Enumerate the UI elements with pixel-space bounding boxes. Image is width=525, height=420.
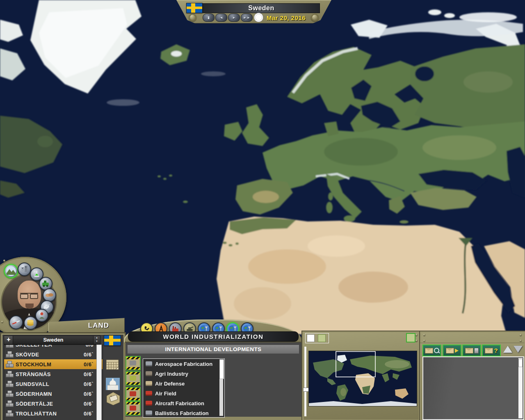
message-list[interactable] <box>422 356 524 420</box>
developments-scroll-thumb[interactable] <box>219 359 224 379</box>
city-row[interactable]: ¨ <box>4 418 103 420</box>
city-icon <box>6 410 13 417</box>
stop-button[interactable]: ▮ <box>203 14 215 22</box>
city-icon <box>6 361 13 368</box>
message-scroll-thumb[interactable] <box>518 359 523 367</box>
rivet-icon <box>520 334 522 336</box>
development-item[interactable]: Ballistics Fabrication <box>143 408 224 418</box>
message-scrollbar[interactable] <box>518 358 523 418</box>
calendar-icon[interactable] <box>106 359 119 370</box>
land-label: LAND <box>88 322 109 330</box>
development-item[interactable]: Aircraft Fabrication <box>143 398 224 408</box>
city-icon <box>6 371 13 377</box>
city-row[interactable]: SUNDSVALL0/6` <box>4 379 103 389</box>
development-item[interactable]: Air Defense <box>143 379 224 388</box>
play-button[interactable]: ► <box>228 14 240 22</box>
flask-icon <box>32 269 42 279</box>
diplomacy-button[interactable] <box>43 288 56 302</box>
trash-icon <box>474 348 479 354</box>
city-icon <box>6 345 13 348</box>
ballistics-icon <box>146 411 152 415</box>
developments-list: Aerospace Fabrication Agri Industry Air … <box>143 358 225 418</box>
spinner-down-icon[interactable]: ▼ <box>94 340 100 343</box>
machine-icon <box>41 278 51 289</box>
country-spinner[interactable]: ▲ ▼ <box>93 336 100 345</box>
navigation-button[interactable] <box>9 315 23 329</box>
left-knob-icon <box>189 14 196 21</box>
person-icon <box>37 310 47 320</box>
city-row[interactable]: TROLLHÄTTAN0/6` <box>4 409 103 418</box>
rivet-icon <box>415 334 418 336</box>
question-icon: ? <box>494 347 498 354</box>
minimap-zoom-slider[interactable] <box>304 346 307 417</box>
fast-forward-button[interactable]: ►► <box>241 14 253 22</box>
city-row[interactable]: SKELLEFTEÅ0/6 <box>4 345 103 349</box>
development-item[interactable]: Aerospace Fabrication <box>143 359 224 369</box>
sweden-flag-icon <box>186 3 203 13</box>
air-field-icon <box>146 391 152 396</box>
inspect-message-button[interactable] <box>422 345 441 356</box>
game-date: Mar 20, 2016 <box>267 14 306 21</box>
rivet-icon <box>520 340 522 342</box>
air-defense-icon <box>146 381 152 386</box>
aerospace-icon <box>146 361 152 366</box>
spinner-up-icon[interactable]: ▲ <box>94 336 100 340</box>
game-screen: Sweden ▮ ◄ ► ►► Mar 20, 2016 LAND <box>0 0 525 420</box>
message-panel: ? <box>419 331 525 420</box>
scroll-up-button[interactable] <box>503 346 512 353</box>
capitol-icon[interactable] <box>106 378 120 390</box>
aircraft-icon <box>146 401 152 406</box>
rivet-icon <box>3 260 5 262</box>
compass-icon <box>11 317 21 328</box>
city-row[interactable]: SÖDERTÄLJE0/6` <box>4 399 103 409</box>
country-selector[interactable]: Sweden <box>13 336 94 345</box>
add-region-button[interactable]: + <box>4 336 14 345</box>
minimap-panel <box>301 331 421 420</box>
envelope-icon <box>485 348 493 354</box>
forward-message-button[interactable] <box>443 345 461 356</box>
city-row[interactable]: SÖDERHAMN0/6` <box>4 389 103 399</box>
rivet-icon <box>423 334 425 336</box>
layer-toggle-white[interactable] <box>307 334 315 342</box>
sweden-flag-icon <box>104 335 121 346</box>
treasury-button[interactable] <box>24 316 37 330</box>
agri-icon <box>146 371 152 376</box>
minimap[interactable] <box>308 351 417 406</box>
layer-toggle-right[interactable] <box>406 333 415 342</box>
city-list: SKELLEFTEÅ0/6 SKÖVDE0/6` STOCKHOLM0/6` S… <box>4 345 103 420</box>
rivet-icon <box>1 321 3 323</box>
population-button[interactable] <box>35 309 48 322</box>
delete-message-button[interactable] <box>462 345 481 356</box>
city-row-selected[interactable]: STOCKHOLM0/6` <box>4 359 103 369</box>
rivet-icon <box>415 340 418 342</box>
message-help-button[interactable]: ? <box>482 345 501 356</box>
construction-site-thumbnail[interactable] <box>126 401 141 415</box>
development-item[interactable]: Air Field <box>143 388 224 398</box>
development-item[interactable]: Agri Industry <box>143 369 224 379</box>
industrialization-title: WORLD INDUSTRIALIZATION <box>128 331 299 342</box>
envelope-icon <box>425 348 433 354</box>
terrain-button[interactable] <box>4 264 18 278</box>
arrow-icon <box>455 349 459 353</box>
map-layer-toggles <box>305 333 329 343</box>
city-list-scrollbar[interactable] <box>96 345 102 420</box>
magnifier-icon <box>434 348 439 353</box>
infrastructure-button[interactable] <box>18 262 31 276</box>
scroll-down-button[interactable] <box>514 346 523 353</box>
construction-site-thumbnail[interactable] <box>126 371 141 386</box>
city-row[interactable]: STRÄNGNÄS0/6` <box>4 369 103 379</box>
buildings-icon <box>19 264 30 274</box>
construction-site-thumbnail[interactable] <box>126 356 141 370</box>
clock-icon[interactable] <box>254 13 263 22</box>
rewind-button[interactable]: ◄ <box>215 14 227 22</box>
construction-site-thumbnail[interactable] <box>126 387 141 401</box>
price-tag-icon[interactable] <box>106 392 121 406</box>
time-control-bar: Sweden ▮ ◄ ► ►► Mar 20, 2016 <box>176 0 331 23</box>
city-icon <box>6 400 13 407</box>
layer-toggle-olive[interactable] <box>318 334 326 342</box>
terrain-icon <box>6 266 16 276</box>
region-list-panel: + Sweden ▲ ▼ SKELLEFTEÅ0/6 SKÖVDE0/6` ST… <box>0 332 126 420</box>
country-title: Sweden <box>203 3 320 13</box>
city-row[interactable]: SKÖVDE0/6` <box>4 349 103 359</box>
envelope-icon <box>446 348 454 354</box>
